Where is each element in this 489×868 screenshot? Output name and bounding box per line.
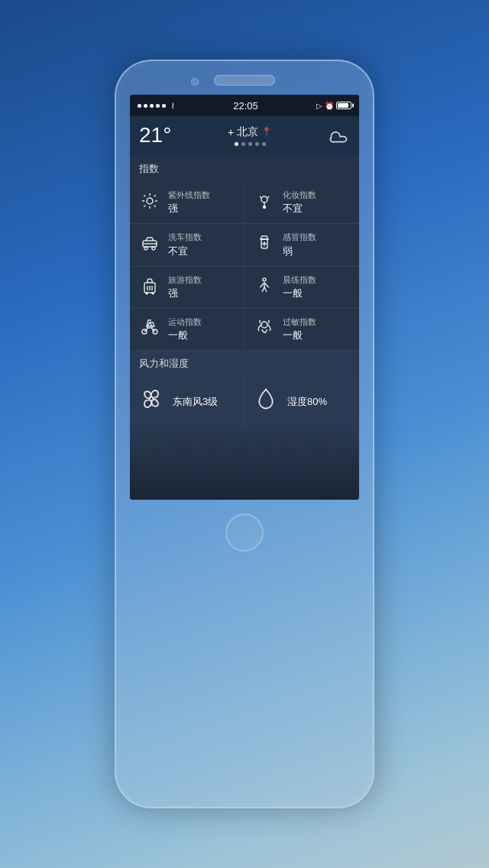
- phone-frame: ≀ 22:05 ▷ ⏰ 21° + 北京 📍: [115, 60, 374, 808]
- allergy-icon: [254, 319, 275, 340]
- morning-exercise-value: 一般: [283, 287, 316, 300]
- uv-index-name: 紫外线指数: [168, 189, 210, 200]
- status-bar: ≀ 22:05 ▷ ⏰: [130, 95, 359, 116]
- uv-index-value: 强: [168, 202, 210, 215]
- cold-index-text: 感冒指数 弱: [283, 232, 316, 257]
- alarm-icon: ⏰: [325, 102, 334, 110]
- index-grid: 紫外线指数 强 化妆指数 不宜: [130, 182, 359, 351]
- bike-icon: [139, 319, 160, 340]
- status-left: ≀: [138, 100, 175, 111]
- add-city-icon[interactable]: +: [228, 126, 234, 138]
- allergy-index-cell[interactable]: 过敏指数 一般: [244, 309, 359, 351]
- wind-section-title: 风力和湿度: [139, 358, 189, 369]
- sports-index-cell[interactable]: 运动指数 一般: [130, 309, 244, 351]
- water-drop-icon: [254, 387, 278, 416]
- svg-line-7: [154, 195, 156, 196]
- wind-description: 东南风3级: [173, 395, 218, 409]
- wind-cell[interactable]: 东南风3级: [130, 377, 244, 426]
- sports-index-value: 一般: [168, 329, 202, 342]
- sports-index-text: 运动指数 一般: [168, 316, 202, 342]
- location-pin-icon: 📍: [261, 127, 272, 137]
- wind-grid: 东南风3级 湿度80%: [130, 377, 359, 426]
- status-right: ▷ ⏰: [316, 102, 351, 110]
- svg-line-6: [154, 206, 156, 207]
- index-section-title: 指数: [139, 163, 159, 174]
- cosmetic-index-value: 不宜: [283, 202, 316, 215]
- sports-index-name: 运动指数: [168, 316, 202, 327]
- svg-point-0: [147, 198, 153, 204]
- phone-screen: ≀ 22:05 ▷ ⏰ 21° + 北京 📍: [130, 95, 359, 500]
- phone-camera: [191, 78, 199, 86]
- travel-index-name: 旅游指数: [168, 274, 202, 285]
- city-dot-2[interactable]: [241, 142, 245, 146]
- luggage-icon: [139, 277, 160, 298]
- fan-icon: [139, 387, 164, 416]
- allergy-index-name: 过敏指数: [283, 316, 316, 327]
- signal-dot-4: [156, 104, 160, 108]
- svg-line-8: [144, 206, 145, 207]
- carwash-index-text: 洗车指数 不宜: [168, 232, 202, 257]
- carwash-index-cell[interactable]: 洗车指数 不宜: [130, 224, 244, 266]
- svg-line-5: [144, 195, 145, 196]
- morning-exercise-cell[interactable]: 晨练指数 一般: [244, 267, 359, 309]
- phone-home-button[interactable]: [225, 513, 264, 552]
- svg-point-16: [152, 247, 155, 250]
- svg-point-15: [144, 247, 147, 250]
- weather-condition-icon: [329, 122, 350, 148]
- gps-icon: ▷: [316, 102, 322, 110]
- svg-line-12: [260, 196, 261, 198]
- signal-dot-3: [150, 104, 154, 108]
- battery-fill: [338, 103, 348, 108]
- allergy-index-text: 过敏指数 一般: [283, 316, 316, 342]
- city-dot-3[interactable]: [248, 142, 252, 146]
- status-time: 22:05: [233, 100, 258, 112]
- cold-index-cell[interactable]: 感冒指数 弱: [244, 224, 359, 266]
- weather-header: 21° + 北京 📍: [130, 116, 359, 156]
- exercise-icon: [254, 277, 275, 298]
- cosmetic-index-text: 化妆指数 不宜: [283, 189, 316, 215]
- svg-line-28: [267, 286, 269, 287]
- carwash-index-name: 洗车指数: [168, 232, 202, 242]
- carwash-index-value: 不宜: [168, 245, 202, 258]
- temperature-display: 21°: [139, 123, 171, 147]
- humidity-description: 湿度80%: [287, 395, 327, 409]
- svg-point-24: [146, 293, 147, 294]
- svg-point-31: [261, 322, 267, 328]
- svg-point-25: [152, 293, 154, 294]
- wifi-icon: ≀: [171, 100, 175, 111]
- city-area: + 北京 📍: [228, 125, 272, 146]
- svg-line-27: [260, 286, 262, 287]
- svg-line-13: [267, 196, 269, 198]
- svg-point-32: [150, 397, 154, 401]
- cold-index-name: 感冒指数: [283, 232, 316, 242]
- index-section-header: 指数: [130, 156, 359, 182]
- city-row: + 北京 📍: [228, 125, 272, 139]
- city-page-dots: [235, 142, 266, 146]
- cosmetic-icon: [254, 192, 275, 213]
- uv-index-cell[interactable]: 紫外线指数 强: [130, 182, 244, 224]
- phone-speaker: [214, 75, 275, 86]
- signal-dot-1: [138, 104, 141, 108]
- medicine-icon: [254, 234, 275, 255]
- allergy-index-value: 一般: [283, 329, 316, 342]
- sun-icon: [139, 192, 160, 213]
- svg-point-11: [264, 206, 266, 209]
- city-dot-4[interactable]: [255, 142, 259, 146]
- svg-point-26: [263, 278, 266, 281]
- svg-point-9: [261, 196, 267, 202]
- travel-index-text: 旅游指数 强: [168, 274, 202, 300]
- morning-exercise-name: 晨练指数: [283, 274, 316, 285]
- cold-index-value: 弱: [283, 245, 316, 258]
- travel-index-cell[interactable]: 旅游指数 强: [130, 267, 244, 309]
- morning-exercise-text: 晨练指数 一般: [283, 274, 316, 300]
- carwash-icon: [139, 234, 160, 255]
- city-name: 北京: [237, 125, 258, 139]
- cosmetic-index-name: 化妆指数: [283, 189, 316, 200]
- signal-dot-5: [162, 104, 166, 108]
- humidity-cell[interactable]: 湿度80%: [244, 377, 359, 426]
- city-dot-1[interactable]: [235, 142, 238, 146]
- cosmetic-index-cell[interactable]: 化妆指数 不宜: [244, 182, 359, 224]
- city-dot-5[interactable]: [262, 142, 266, 146]
- wind-section-header: 风力和湿度: [130, 351, 359, 377]
- signal-dot-2: [144, 104, 147, 108]
